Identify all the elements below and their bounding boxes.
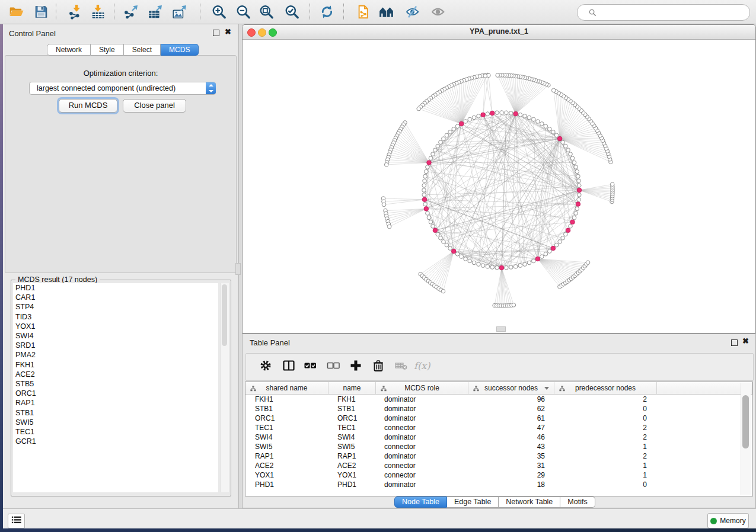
delete-columns-button[interactable] — [369, 358, 387, 375]
mcds-result-item[interactable]: ORC1 — [13, 389, 218, 398]
cell-shared-name: TEC1 — [245, 423, 328, 432]
select-all-rows-icon — [303, 358, 317, 375]
table-row[interactable]: YOX1YOX1connector291 — [245, 470, 752, 480]
table-row[interactable]: SWI4SWI4dominator462 — [245, 432, 752, 442]
cell-name: ORC1 — [328, 414, 375, 423]
export-network-button[interactable] — [120, 3, 141, 21]
network-overview-button[interactable] — [376, 3, 396, 21]
tab-edge-table[interactable]: Edge Table — [447, 496, 499, 508]
tab-select[interactable]: Select — [124, 44, 161, 56]
table-row[interactable]: ACE2ACE2connector311 — [245, 461, 752, 470]
column-header-successor-nodes[interactable]: successor nodes — [468, 382, 554, 394]
share-network-document-button[interactable] — [352, 3, 372, 21]
tab-network[interactable]: Network — [47, 44, 91, 56]
tab-motifs[interactable]: Motifs — [560, 496, 595, 508]
show-panels-button[interactable] — [8, 514, 25, 528]
vertical-splitter-handle[interactable] — [235, 263, 241, 275]
zoom-selected-button[interactable] — [282, 3, 302, 21]
zoom-out-button[interactable] — [233, 3, 253, 21]
mcds-result-item[interactable]: STB1 — [13, 408, 218, 418]
mcds-result-item[interactable]: FKH1 — [13, 360, 218, 370]
float-panel-icon[interactable] — [213, 30, 219, 36]
hide-graphics-details-button[interactable] — [402, 3, 422, 21]
save-session-button[interactable] — [31, 3, 51, 21]
memory-button[interactable]: Memory — [707, 513, 749, 528]
split-view-button[interactable] — [280, 358, 298, 375]
mcds-result-list[interactable]: PHD1CAR1STP4TID3YOX1SWI4SRD1PMA2FKH1ACE2… — [13, 283, 218, 492]
run-mcds-button[interactable]: Run MCDS — [59, 99, 117, 113]
close-table-panel-icon[interactable]: ✖ — [742, 336, 749, 346]
table-row[interactable]: ORC1ORC1dominator610 — [245, 414, 752, 423]
result-scrollbar-thumb[interactable] — [222, 284, 227, 346]
horizontal-splitter-handle[interactable] — [496, 326, 506, 332]
cell-successor-nodes: 29 — [467, 470, 552, 480]
node-table[interactable]: shared namenameMCDS rolesuccessor nodesp… — [245, 382, 753, 496]
export-image-button[interactable] — [169, 3, 189, 21]
search-input[interactable] — [594, 6, 749, 19]
deselect-all-rows-button[interactable] — [324, 358, 342, 375]
tab-network-table[interactable]: Network Table — [499, 496, 560, 508]
criterion-dropdown[interactable]: largest connected component (undirected) — [29, 82, 216, 95]
mcds-result-item[interactable]: PHD1 — [13, 283, 218, 293]
close-panel-button[interactable]: Close panel — [123, 99, 186, 113]
mcds-panel: Optimization criterion: largest connecte… — [5, 55, 237, 273]
table-row[interactable]: RAP1RAP1dominator352 — [245, 451, 752, 461]
table-scrollbar[interactable] — [741, 383, 751, 495]
import-table-button[interactable] — [88, 3, 108, 21]
column-header-name[interactable]: name — [328, 382, 376, 394]
mcds-result-item[interactable]: TID3 — [13, 312, 218, 322]
cell-successor-nodes: 18 — [467, 480, 552, 489]
cell-predecessor-nodes: 1 — [552, 461, 654, 470]
mcds-result-item[interactable]: CAR1 — [13, 293, 218, 302]
mcds-result-item[interactable]: STB5 — [13, 379, 218, 389]
result-scrollbar[interactable] — [220, 283, 229, 492]
table-row[interactable]: TEC1TEC1connector472 — [245, 423, 752, 432]
column-tree-icon — [250, 385, 256, 393]
export-table-button[interactable] — [145, 3, 165, 21]
cell-shared-name: ACE2 — [245, 461, 328, 470]
search-box[interactable] — [577, 4, 750, 21]
table-row[interactable]: STB1STB1dominator620 — [245, 404, 752, 414]
cell-predecessor-nodes: 2 — [552, 395, 654, 404]
table-tabs: Node TableEdge TableNetwork TableMotifs — [394, 496, 595, 508]
network-view-frame: YPA_prune.txt_1 — [242, 24, 756, 334]
import-network-icon — [68, 4, 84, 20]
mcds-result-item[interactable]: SWI5 — [13, 418, 218, 427]
mcds-result-item[interactable]: ACE2 — [13, 370, 218, 379]
select-all-rows-button[interactable] — [301, 358, 319, 375]
mcds-result-item[interactable]: RAP1 — [13, 398, 218, 408]
mcds-result-item[interactable]: TEC1 — [13, 427, 218, 437]
column-header-MCDS-role[interactable]: MCDS role — [376, 382, 468, 394]
show-graphics-details-button[interactable] — [428, 3, 448, 21]
import-network-button[interactable] — [65, 3, 85, 21]
mcds-result-item[interactable]: SRD1 — [13, 341, 218, 350]
zoom-fit-button[interactable] — [256, 3, 276, 21]
mcds-result-item[interactable]: YOX1 — [13, 322, 218, 331]
mcds-result-item[interactable]: SWI4 — [13, 331, 218, 341]
network-titlebar[interactable]: YPA_prune.txt_1 — [243, 25, 755, 40]
tab-style[interactable]: Style — [91, 44, 124, 56]
cell-predecessor-nodes: 2 — [552, 451, 654, 461]
network-canvas[interactable] — [243, 39, 755, 333]
zoom-out-icon — [235, 4, 251, 20]
cell-MCDS-role: connector — [375, 470, 467, 480]
table-scrollbar-thumb[interactable] — [742, 395, 749, 448]
table-row[interactable]: PHD1PHD1dominator180 — [245, 480, 752, 489]
zoom-in-button[interactable] — [209, 3, 229, 21]
close-panel-icon[interactable]: ✖ — [225, 27, 231, 37]
cell-shared-name: SWI5 — [245, 442, 328, 451]
table-settings-button[interactable] — [257, 358, 275, 375]
float-table-panel-icon[interactable] — [731, 339, 738, 346]
mcds-result-item[interactable]: GCR1 — [13, 437, 218, 446]
create-column-button[interactable] — [347, 358, 365, 375]
mcds-result-item[interactable]: STP4 — [13, 302, 218, 312]
table-row[interactable]: FKH1FKH1dominator962 — [245, 395, 752, 404]
mcds-result-item[interactable]: PMA2 — [13, 350, 218, 360]
table-row[interactable]: SWI5SWI5connector431 — [245, 442, 752, 451]
tab-mcds[interactable]: MCDS — [161, 44, 199, 56]
open-file-button[interactable] — [6, 3, 26, 21]
tab-node-table[interactable]: Node Table — [394, 496, 447, 508]
column-header-predecessor-nodes[interactable]: predecessor nodes — [554, 382, 657, 394]
column-header-shared-name[interactable]: shared name — [245, 382, 328, 394]
refresh-view-button[interactable] — [317, 3, 337, 21]
